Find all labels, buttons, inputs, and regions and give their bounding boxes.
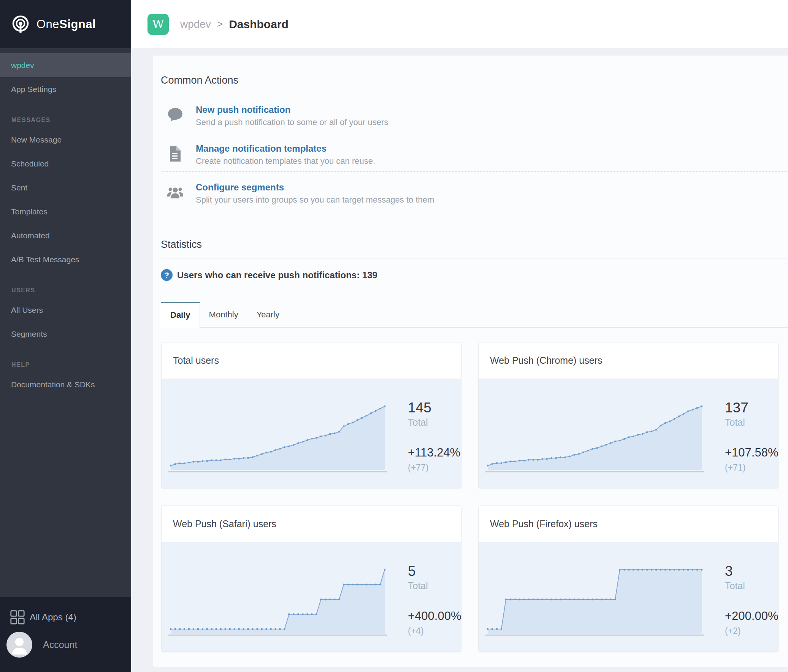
all-apps-label: All Apps (4) bbox=[30, 612, 76, 623]
sidebar-item-app-settings[interactable]: App Settings bbox=[0, 77, 131, 101]
action-manage-templates: Manage notification templates Create not… bbox=[161, 133, 788, 172]
area-chart-chrome-users bbox=[485, 379, 704, 488]
sidebar-item-scheduled[interactable]: Scheduled bbox=[0, 152, 131, 176]
sidebar-item-automated[interactable]: Automated bbox=[0, 224, 131, 248]
stat-cards: Total users 145 Total +113.24% (+77) Web… bbox=[161, 342, 788, 652]
card-stats: 137 Total +107.58% (+71) bbox=[725, 400, 778, 472]
period-tabs: Daily Monthly Yearly bbox=[161, 302, 788, 328]
brand-name: OneSignal bbox=[37, 17, 96, 31]
sidebar: OneSignal wpdev App Settings MESSAGES Ne… bbox=[0, 0, 131, 672]
subscribers-row: ? Users who can receive push notificatio… bbox=[161, 269, 788, 281]
area-chart-total-users bbox=[168, 379, 387, 488]
sidebar-item-templates[interactable]: Templates bbox=[0, 200, 131, 224]
card-title-total-users: Total users bbox=[162, 342, 461, 379]
total-value: 3 bbox=[725, 564, 778, 579]
account-label: Account bbox=[43, 639, 77, 650]
tab-daily[interactable]: Daily bbox=[161, 302, 200, 328]
brand[interactable]: OneSignal bbox=[0, 0, 131, 48]
account-button[interactable]: Account bbox=[6, 632, 131, 658]
delta-value: (+2) bbox=[725, 626, 778, 636]
total-label: Total bbox=[408, 417, 460, 427]
sidebar-item-documentation-sdks[interactable]: Documentation & SDKs bbox=[0, 372, 131, 396]
sidebar-item-all-users[interactable]: All Users bbox=[0, 298, 131, 322]
card-title-safari-users: Web Push (Safari) users bbox=[162, 506, 461, 542]
card-stats: 5 Total +400.00% (+4) bbox=[408, 564, 461, 636]
app-tile-icon: W bbox=[148, 14, 169, 35]
help-question-icon[interactable]: ? bbox=[161, 269, 173, 281]
all-apps-button[interactable]: All Apps (4) bbox=[10, 610, 131, 625]
action-new-push-notification: New push notification Send a push notifi… bbox=[161, 94, 788, 133]
card-chart-safari-users: 5 Total +400.00% (+4) bbox=[162, 542, 461, 652]
new-push-notification-subtitle: Send a push notification to some or all … bbox=[196, 118, 388, 127]
onesignal-logo-icon bbox=[11, 14, 30, 34]
total-label: Total bbox=[725, 417, 778, 427]
percent-change: +400.00% bbox=[408, 609, 461, 623]
stat-card-firefox-users: Web Push (Firefox) users 3 Total +200.00… bbox=[478, 505, 778, 652]
grid-icon bbox=[10, 610, 25, 625]
avatar bbox=[6, 632, 32, 658]
configure-segments-subtitle: Split your users into groups so you can … bbox=[196, 195, 434, 205]
document-icon bbox=[166, 145, 184, 163]
sidebar-item-segments[interactable]: Segments bbox=[0, 322, 131, 346]
new-push-notification-link[interactable]: New push notification bbox=[196, 105, 388, 115]
sidebar-section-help: HELP bbox=[0, 357, 131, 372]
sidebar-nav: wpdev App Settings MESSAGES New Message … bbox=[0, 53, 131, 396]
total-label: Total bbox=[725, 580, 778, 591]
stat-card-safari-users: Web Push (Safari) users 5 Total +400.00%… bbox=[161, 505, 461, 652]
common-actions-header: Common Actions bbox=[161, 75, 788, 94]
card-stats: 3 Total +200.00% (+2) bbox=[725, 564, 778, 636]
percent-change: +107.58% bbox=[725, 446, 778, 459]
action-configure-segments: Configure segments Split your users into… bbox=[161, 172, 788, 210]
card-chart-chrome-users: 137 Total +107.58% (+71) bbox=[478, 379, 778, 488]
sidebar-item-new-message[interactable]: New Message bbox=[0, 128, 131, 152]
manage-templates-link[interactable]: Manage notification templates bbox=[196, 143, 375, 154]
configure-segments-link[interactable]: Configure segments bbox=[196, 182, 434, 193]
top-header: W wpdev > Dashboard bbox=[131, 0, 788, 48]
stat-card-total-users: Total users 145 Total +113.24% (+77) bbox=[161, 342, 461, 488]
statistics-header: Statistics bbox=[161, 239, 788, 259]
card-stats: 145 Total +113.24% (+77) bbox=[408, 400, 460, 472]
stat-card-chrome-users: Web Push (Chrome) users 137 Total +107.5… bbox=[478, 342, 778, 488]
total-value: 137 bbox=[725, 400, 778, 415]
percent-change: +200.00% bbox=[725, 609, 778, 623]
card-title-firefox-users: Web Push (Firefox) users bbox=[478, 506, 778, 542]
area-chart-firefox-users bbox=[485, 542, 704, 652]
statistics-title: Statistics bbox=[161, 239, 788, 251]
dashboard-panel: Common Actions New push notification Sen… bbox=[153, 55, 788, 667]
sidebar-section-messages: MESSAGES bbox=[0, 113, 131, 128]
sidebar-section-users: USERS bbox=[0, 283, 131, 298]
total-label: Total bbox=[408, 580, 461, 591]
chat-bubble-icon bbox=[166, 106, 184, 124]
sidebar-item-ab-test-messages[interactable]: A/B Test Messages bbox=[0, 248, 131, 272]
card-title-chrome-users: Web Push (Chrome) users bbox=[478, 342, 778, 379]
common-actions-title: Common Actions bbox=[161, 75, 788, 86]
sidebar-item-wpdev[interactable]: wpdev bbox=[0, 53, 131, 77]
subscribers-label: Users who can receive push notifications… bbox=[177, 270, 378, 281]
delta-value: (+71) bbox=[725, 462, 778, 472]
breadcrumb-separator: > bbox=[217, 18, 223, 30]
total-value: 145 bbox=[408, 400, 460, 415]
card-chart-firefox-users: 3 Total +200.00% (+2) bbox=[478, 542, 778, 652]
people-icon bbox=[166, 184, 184, 202]
tab-monthly[interactable]: Monthly bbox=[200, 302, 248, 327]
sidebar-item-sent[interactable]: Sent bbox=[0, 176, 131, 200]
manage-templates-subtitle: Create notification templates that you c… bbox=[196, 156, 375, 166]
percent-change: +113.24% bbox=[408, 446, 460, 459]
tab-yearly[interactable]: Yearly bbox=[248, 302, 289, 327]
card-chart-total-users: 145 Total +113.24% (+77) bbox=[162, 379, 461, 488]
delta-value: (+77) bbox=[408, 462, 460, 472]
breadcrumb-app[interactable]: wpdev bbox=[180, 18, 211, 30]
delta-value: (+4) bbox=[408, 626, 461, 636]
area-chart-safari-users bbox=[168, 542, 387, 652]
page-title: Dashboard bbox=[229, 18, 289, 31]
total-value: 5 bbox=[408, 564, 461, 579]
sidebar-footer: All Apps (4) Account bbox=[0, 597, 131, 672]
